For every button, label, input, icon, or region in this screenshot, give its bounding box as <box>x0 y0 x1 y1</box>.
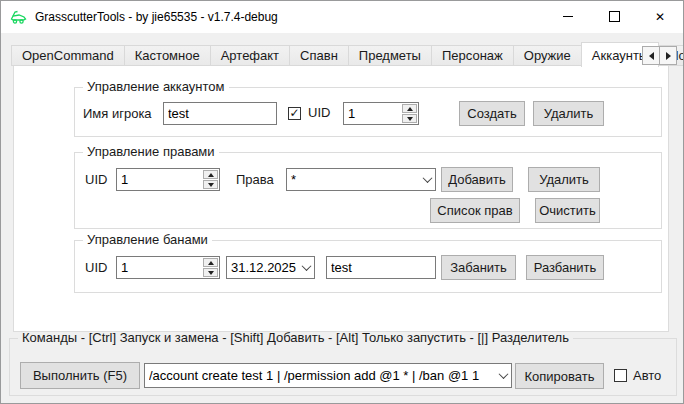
group-commands: Команды - [Ctrl] Запуск и замена - [Shif… <box>9 338 677 396</box>
app-icon <box>10 9 27 25</box>
player-name-input[interactable] <box>163 102 277 125</box>
chevron-down-icon <box>298 257 314 278</box>
minimize-button[interactable] <box>545 1 591 32</box>
tab-scroll-left-button[interactable] <box>642 46 660 65</box>
delete-account-button[interactable]: Удалить <box>533 101 604 126</box>
scroll-left-icon <box>649 52 654 60</box>
close-icon: ✕ <box>655 11 665 23</box>
group-bans: Управление банами UID 1 31.12.2025 Забан… <box>74 240 662 293</box>
chevron-down-icon <box>495 364 511 387</box>
perm-add-button[interactable]: Добавить <box>441 167 513 192</box>
maximize-button[interactable] <box>591 1 637 32</box>
app-window: GrasscutterTools - by jie65535 - v1.7.4-… <box>0 0 684 404</box>
perm-value: * <box>287 172 419 187</box>
group-permissions-title: Управление правами <box>83 144 219 159</box>
tab-scroll-buttons <box>642 46 676 65</box>
unban-button[interactable]: Разбанить <box>526 255 604 280</box>
tab-opencommand[interactable]: OpenCommand <box>11 45 125 66</box>
tab-character[interactable]: Персонаж <box>431 45 514 66</box>
close-button[interactable]: ✕ <box>637 1 683 32</box>
command-combobox[interactable] <box>144 363 512 388</box>
account-uid-spinner[interactable]: 1 <box>343 102 419 125</box>
ban-date-value: 31.12.2025 <box>227 260 298 275</box>
spinner-up-icon <box>208 173 214 177</box>
perm-uid-spinner[interactable]: 1 <box>116 168 220 191</box>
spinner-up-button[interactable] <box>203 170 218 179</box>
spinner-up-icon <box>407 107 413 111</box>
perm-uid-label: UID <box>85 172 107 187</box>
scroll-right-icon <box>666 52 671 60</box>
ban-uid-value: 1 <box>117 257 202 278</box>
ban-uid-label: UID <box>85 260 107 275</box>
auto-checkbox-label[interactable]: Авто <box>633 368 661 383</box>
group-permissions: Управление правами UID 1 Права * Добавит… <box>74 152 662 229</box>
auto-checkbox[interactable] <box>614 369 627 382</box>
spinner-down-icon <box>208 183 214 187</box>
account-uid-value: 1 <box>344 103 401 124</box>
perm-list-button[interactable]: Список прав <box>430 198 520 223</box>
copy-button[interactable]: Копировать <box>515 363 604 389</box>
tab-scroll-right-button[interactable] <box>659 46 677 65</box>
group-account: Управление аккаунтом Имя игрока ✓ UID 1 … <box>74 87 662 137</box>
tab-page-accounts: Управление аккаунтом Имя игрока ✓ UID 1 … <box>13 65 669 332</box>
tab-items[interactable]: Предметы <box>348 45 432 66</box>
spinner-down-icon <box>407 117 413 121</box>
tab-artifact[interactable]: Артефакт <box>210 45 290 66</box>
ban-reason-input[interactable] <box>326 256 436 279</box>
ban-button[interactable]: Забанить <box>441 255 516 280</box>
perm-uid-value: 1 <box>117 169 202 190</box>
chevron-down-icon <box>419 169 435 190</box>
spinner-up-button[interactable] <box>402 104 417 113</box>
titlebar: GrasscutterTools - by jie65535 - v1.7.4-… <box>1 1 683 33</box>
player-name-label: Имя игрока <box>83 106 152 121</box>
spinner-down-button[interactable] <box>203 268 218 277</box>
perm-label: Права <box>236 172 274 187</box>
run-button[interactable]: Выполнить (F5) <box>20 362 140 389</box>
spinner-up-icon <box>208 261 214 265</box>
window-title: GrasscutterTools - by jie65535 - v1.7.4-… <box>35 10 278 24</box>
tab-weapon[interactable]: Оружие <box>513 45 582 66</box>
perm-combobox[interactable]: * <box>286 168 436 191</box>
tab-custom[interactable]: Кастомное <box>124 45 211 66</box>
check-icon: ✓ <box>289 107 299 119</box>
uid-checkbox[interactable]: ✓ <box>288 107 301 120</box>
spinner-down-button[interactable] <box>402 114 417 123</box>
perm-clear-button[interactable]: Очистить <box>535 198 600 223</box>
spinner-up-button[interactable] <box>203 258 218 267</box>
spinner-down-icon <box>208 271 214 275</box>
minimize-icon <box>563 16 573 17</box>
command-input[interactable] <box>145 367 495 384</box>
ban-uid-spinner[interactable]: 1 <box>116 256 220 279</box>
group-account-title: Управление аккаунтом <box>83 79 229 94</box>
uid-checkbox-label[interactable]: UID <box>308 105 330 120</box>
create-account-button[interactable]: Создать <box>459 101 525 126</box>
ban-date-combobox[interactable]: 31.12.2025 <box>226 256 315 279</box>
tab-spawn[interactable]: Спавн <box>289 45 349 66</box>
tab-bar: OpenCommand Кастомное Артефакт Спавн Пре… <box>11 41 684 66</box>
group-commands-title: Команды - [Ctrl] Запуск и замена - [Shif… <box>18 330 573 345</box>
perm-remove-button[interactable]: Удалить <box>528 167 600 192</box>
maximize-icon <box>609 11 620 22</box>
group-bans-title: Управление банами <box>83 232 212 247</box>
spinner-down-button[interactable] <box>203 180 218 189</box>
